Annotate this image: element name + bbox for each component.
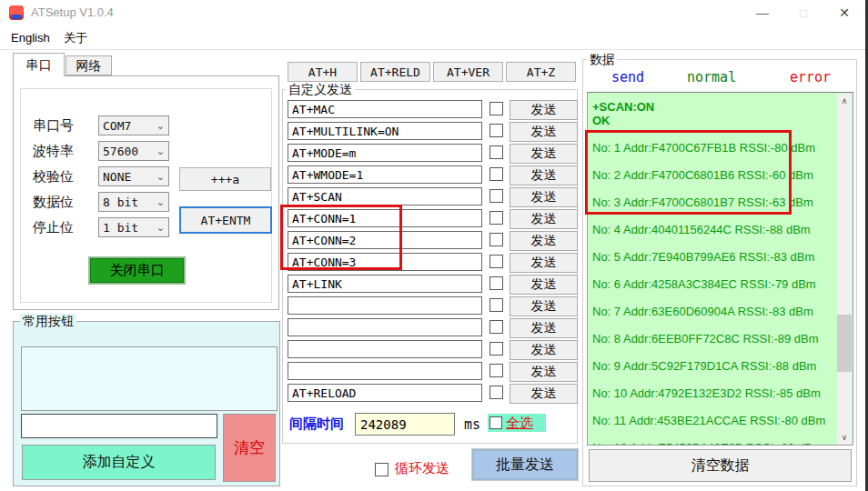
- command-checkbox[interactable]: [490, 320, 503, 334]
- close-button[interactable]: ✕: [824, 0, 864, 25]
- stop-bits-select[interactable]: 1 bit ⌄: [98, 217, 169, 237]
- command-input[interactable]: [288, 144, 482, 162]
- common-command-input[interactable]: [21, 414, 217, 438]
- command-input[interactable]: [288, 318, 482, 336]
- command-checkbox[interactable]: [490, 233, 503, 246]
- legend-send: send: [611, 69, 644, 85]
- command-input[interactable]: [288, 275, 482, 293]
- scan-result-entry: No: 8 Addr:6EEB0FF72C8C RSSI:-89 dBm: [592, 332, 833, 346]
- send-button[interactable]: 发送: [510, 253, 578, 273]
- select-all-wrap: 全选: [488, 414, 546, 432]
- scan-result-entry: No: 4 Addr:40401156244C RSSI:-88 dBm: [592, 223, 833, 236]
- send-button[interactable]: 发送: [510, 362, 578, 382]
- send-button[interactable]: 发送: [510, 231, 578, 251]
- serial-port-select[interactable]: COM7 ⌄: [98, 115, 169, 135]
- scan-result-entry: No: 7 Addr:63E60D60904A RSSI:-83 dBm: [592, 305, 833, 318]
- select-all-checkbox[interactable]: [490, 416, 502, 429]
- send-button[interactable]: 发送: [510, 165, 578, 185]
- command-input[interactable]: [288, 165, 482, 184]
- at-entm-button[interactable]: AT+ENTM: [179, 206, 272, 234]
- select-all-label[interactable]: 全选: [506, 415, 533, 432]
- data-bits-value: 8 bit: [103, 195, 138, 209]
- send-button[interactable]: 发送: [510, 296, 578, 316]
- baud-rate-select[interactable]: 57600 ⌄: [98, 141, 169, 161]
- plus-a-button[interactable]: +++a: [179, 167, 271, 191]
- scrollbar[interactable]: ∧ ∨: [837, 94, 852, 445]
- loop-send-label: 循环发送: [395, 460, 449, 477]
- send-button[interactable]: 发送: [510, 340, 578, 360]
- command-checkbox[interactable]: [490, 342, 503, 356]
- send-button[interactable]: 发送: [510, 318, 578, 338]
- serial-port-label: 串口号: [33, 115, 96, 135]
- chevron-down-icon: ⌄: [156, 145, 165, 157]
- command-input[interactable]: [288, 296, 482, 315]
- maximize-button[interactable]: □: [783, 0, 823, 25]
- scan-result-entry: No: 10 Addr:4792E132E3D2 RSSI:-85 dBm: [592, 386, 833, 400]
- log-line: +SCAN:ON: [592, 100, 833, 114]
- custom-send-title: 自定义发送: [286, 82, 355, 97]
- send-button[interactable]: 发送: [510, 384, 578, 404]
- loop-send-checkbox[interactable]: [375, 463, 389, 476]
- send-button[interactable]: 发送: [510, 122, 578, 142]
- command-checkbox[interactable]: [490, 102, 503, 115]
- scan-result-entry: No: 9 Addr:5C92F179D1CA RSSI:-88 dBm: [592, 359, 833, 373]
- at-h-button[interactable]: AT+H: [288, 62, 358, 82]
- highlight-box-scan-results: [585, 130, 792, 215]
- at-z-button[interactable]: AT+Z: [506, 62, 576, 82]
- command-checkbox[interactable]: [490, 189, 503, 203]
- tab-serial[interactable]: 串口: [13, 53, 65, 76]
- parity-label: 校验位: [33, 166, 96, 186]
- command-checkbox[interactable]: [490, 145, 503, 159]
- baud-rate-value: 57600: [103, 145, 138, 158]
- command-checkbox[interactable]: [490, 276, 503, 290]
- window-title: ATSetup V1.0.4: [31, 5, 114, 19]
- command-checkbox[interactable]: [490, 124, 503, 137]
- app-icon: [9, 5, 24, 20]
- menu-item-about[interactable]: 关于: [64, 29, 87, 47]
- tab-network[interactable]: 网络: [66, 55, 112, 75]
- send-button[interactable]: 发送: [510, 187, 578, 207]
- send-button[interactable]: 发送: [510, 275, 578, 295]
- close-serial-button[interactable]: 关闭串口: [88, 256, 186, 285]
- chevron-down-icon: ⌄: [156, 120, 165, 132]
- clear-data-button[interactable]: 清空数据: [589, 449, 852, 482]
- command-input[interactable]: [288, 187, 482, 205]
- highlight-box-conn-commands: [280, 205, 402, 270]
- minimize-button[interactable]: —: [742, 0, 782, 25]
- scroll-up-icon[interactable]: ∧: [837, 94, 852, 108]
- command-checkbox[interactable]: [490, 364, 503, 377]
- menu-bar: English 关于: [0, 25, 865, 50]
- send-button[interactable]: 发送: [510, 209, 578, 229]
- clear-common-button[interactable]: 清空: [223, 414, 276, 482]
- title-bar: ATSetup V1.0.4 — □ ✕: [0, 0, 865, 25]
- command-checkbox[interactable]: [490, 167, 503, 181]
- command-input[interactable]: [288, 100, 482, 118]
- send-button[interactable]: 发送: [510, 100, 578, 120]
- interval-input[interactable]: [355, 413, 455, 436]
- at-reld-button[interactable]: AT+RELD: [360, 62, 430, 82]
- data-bits-select[interactable]: 8 bit ⌄: [98, 192, 169, 212]
- parity-select[interactable]: NONE ⌄: [98, 166, 169, 186]
- command-checkbox[interactable]: [490, 386, 503, 399]
- command-input[interactable]: [288, 362, 482, 380]
- stop-bits-label: 停止位: [33, 217, 96, 237]
- command-input[interactable]: [288, 122, 482, 140]
- scan-result-entry: No: 12 Addr:E5450D149E3B RSSI:-89 dBm: [592, 441, 833, 446]
- interval-unit: ms: [464, 416, 480, 433]
- chevron-down-icon: ⌄: [156, 171, 165, 183]
- command-input[interactable]: [288, 340, 482, 358]
- send-button[interactable]: 发送: [510, 144, 578, 164]
- at-ver-button[interactable]: AT+VER: [433, 62, 503, 82]
- command-checkbox[interactable]: [490, 211, 503, 225]
- scan-result-entry: No: 5 Addr:7E940B799AE6 RSSI:-83 dBm: [592, 250, 833, 264]
- command-checkbox[interactable]: [490, 255, 503, 268]
- batch-send-button[interactable]: 批量发送: [472, 449, 578, 480]
- menu-item-english[interactable]: English: [11, 29, 50, 47]
- command-checkbox[interactable]: [490, 298, 503, 312]
- legend-normal: normal: [687, 69, 736, 85]
- scrollbar-thumb[interactable]: [837, 315, 852, 372]
- add-custom-button[interactable]: 添加自定义: [22, 445, 216, 480]
- scroll-down-icon[interactable]: ∨: [837, 430, 852, 445]
- command-input[interactable]: [288, 384, 482, 402]
- common-buttons-list[interactable]: [21, 346, 278, 411]
